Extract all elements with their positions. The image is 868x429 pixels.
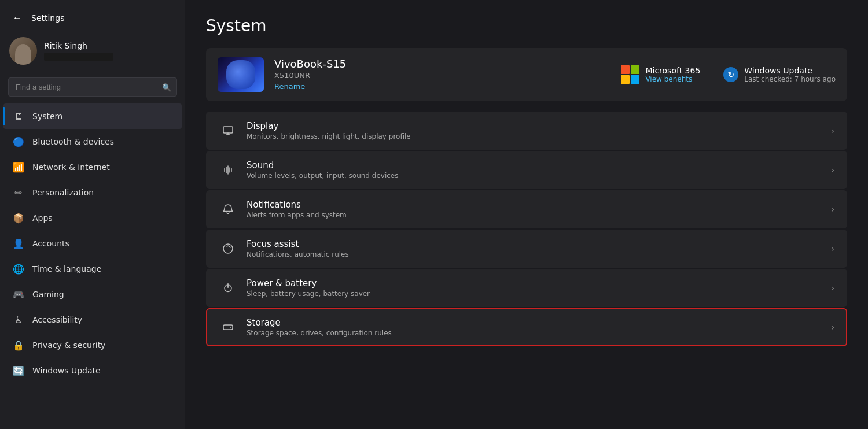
notifications-content: NotificationsAlerts from apps and system: [247, 199, 825, 219]
sidebar-item-accessibility[interactable]: ♿Accessibility: [3, 307, 182, 332]
storage-content: StorageStorage space, drives, configurat…: [247, 317, 825, 337]
sidebar-item-time[interactable]: 🌐Time & language: [3, 256, 182, 282]
storage-settings-icon: [219, 318, 237, 336]
windowsupdate-text: Windows Update Last checked: 7 hours ago: [744, 66, 836, 83]
accessibility-icon: ♿: [13, 314, 24, 326]
ms-logo-blue: [631, 75, 639, 84]
device-info: VivoBook-S15 X510UNR Rename: [274, 58, 621, 91]
sidebar-item-privacy[interactable]: 🔒Privacy & security: [3, 332, 182, 358]
user-bar-redacted: [44, 53, 113, 61]
power-settings-icon: [219, 279, 237, 297]
personalization-icon: ✏️: [13, 187, 24, 198]
settings-item-power[interactable]: Power & batterySleep, battery usage, bat…: [206, 269, 847, 307]
main-content: System VivoBook-S15 X510UNR Rename Micro…: [185, 0, 868, 429]
display-chevron-icon: ›: [831, 126, 834, 135]
avatar-image: [9, 37, 37, 65]
search-icon: 🔍: [162, 83, 171, 91]
windowsupdate-action: ↻ Windows Update Last checked: 7 hours a…: [723, 65, 836, 84]
settings-item-storage[interactable]: StorageStorage space, drives, configurat…: [206, 308, 847, 346]
update-icon: ↻: [723, 67, 738, 82]
microsoft365-sublabel[interactable]: View benefits: [645, 75, 700, 83]
bluetooth-icon: 🔵: [13, 136, 24, 147]
notifications-settings-icon: [219, 200, 237, 219]
system-icon: 🖥: [13, 110, 24, 122]
gaming-icon: 🎮: [13, 289, 24, 300]
ms-logo-yellow: [621, 75, 630, 84]
focus-content: Focus assistNotifications, automatic rul…: [247, 239, 825, 258]
sidebar-item-label-gaming: Gaming: [32, 290, 64, 299]
focus-settings-icon: [219, 239, 237, 258]
power-content: Power & batterySleep, battery usage, bat…: [247, 278, 825, 298]
device-name: VivoBook-S15: [274, 58, 621, 70]
focus-desc: Notifications, automatic rules: [247, 250, 825, 258]
microsoft365-label: Microsoft 365: [645, 66, 700, 75]
focus-chevron-icon: ›: [831, 244, 834, 253]
sound-content: SoundVolume levels, output, input, sound…: [247, 160, 825, 180]
power-title: Power & battery: [247, 278, 825, 289]
accounts-icon: 👤: [13, 238, 24, 249]
user-profile: Ritik Singh: [0, 31, 185, 74]
sound-title: Sound: [247, 160, 825, 171]
device-thumb-inner: [226, 60, 255, 89]
avatar: [9, 37, 37, 65]
sidebar-item-label-time: Time & language: [32, 264, 101, 273]
notifications-chevron-icon: ›: [831, 205, 834, 214]
sidebar-item-label-system: System: [32, 112, 62, 121]
user-name: Ritik Singh: [44, 41, 113, 50]
settings-item-display[interactable]: DisplayMonitors, brightness, night light…: [206, 112, 847, 150]
device-card: VivoBook-S15 X510UNR Rename Microsoft 36…: [206, 48, 847, 101]
settings-item-focus[interactable]: Focus assistNotifications, automatic rul…: [206, 230, 847, 268]
power-desc: Sleep, battery usage, battery saver: [247, 290, 825, 298]
device-actions: Microsoft 365 View benefits ↻ Windows Up…: [621, 65, 836, 84]
sidebar-nav: 🖥System🔵Bluetooth & devices📶Network & in…: [0, 103, 185, 383]
sidebar-item-accounts[interactable]: 👤Accounts: [3, 231, 182, 256]
sound-settings-icon: [219, 161, 237, 179]
storage-title: Storage: [247, 317, 825, 328]
settings-item-sound[interactable]: SoundVolume levels, output, input, sound…: [206, 151, 847, 189]
display-content: DisplayMonitors, brightness, night light…: [247, 121, 825, 140]
microsoft365-action: Microsoft 365 View benefits: [621, 65, 700, 84]
sidebar-item-label-accounts: Accounts: [32, 239, 69, 248]
sidebar-header: ← Settings: [0, 0, 185, 31]
sidebar-item-label-bluetooth: Bluetooth & devices: [32, 137, 114, 146]
device-rename-link[interactable]: Rename: [274, 82, 305, 91]
notifications-title: Notifications: [247, 199, 825, 210]
sidebar-item-bluetooth[interactable]: 🔵Bluetooth & devices: [3, 129, 182, 154]
sidebar-item-apps[interactable]: 📦Apps: [3, 205, 182, 231]
display-settings-icon: [219, 121, 237, 140]
device-thumbnail: [218, 57, 264, 92]
sidebar-item-system[interactable]: 🖥System: [3, 103, 182, 129]
privacy-icon: 🔒: [13, 339, 24, 351]
windowsupdate-icon: 🔄: [13, 365, 24, 376]
sidebar-item-label-network: Network & internet: [32, 162, 110, 172]
sidebar-title-text: Settings: [31, 13, 64, 23]
sidebar-item-network[interactable]: 📶Network & internet: [3, 154, 182, 180]
apps-icon: 📦: [13, 212, 24, 224]
search-box[interactable]: 🔍: [8, 77, 177, 97]
power-chevron-icon: ›: [831, 283, 834, 293]
search-input[interactable]: [8, 77, 177, 97]
settings-list: DisplayMonitors, brightness, night light…: [206, 112, 847, 346]
windowsupdate-label: Windows Update: [744, 66, 836, 75]
ms-logo-red: [621, 65, 630, 74]
microsoft-logo: [621, 65, 639, 84]
focus-title: Focus assist: [247, 239, 825, 249]
back-button[interactable]: ←: [9, 10, 25, 25]
notifications-desc: Alerts from apps and system: [247, 211, 825, 219]
sidebar-item-windowsupdate[interactable]: 🔄Windows Update: [3, 358, 182, 383]
page-title: System: [206, 16, 847, 35]
settings-item-notifications[interactable]: NotificationsAlerts from apps and system…: [206, 190, 847, 228]
microsoft365-text: Microsoft 365 View benefits: [645, 66, 700, 83]
storage-chevron-icon: ›: [831, 323, 834, 332]
sidebar-item-label-personalization: Personalization: [32, 188, 94, 197]
sidebar-item-personalization[interactable]: ✏️Personalization: [3, 180, 182, 205]
avatar-figure: [15, 44, 31, 65]
storage-desc: Storage space, drives, configuration rul…: [247, 329, 825, 337]
sidebar-item-gaming[interactable]: 🎮Gaming: [3, 282, 182, 307]
display-title: Display: [247, 121, 825, 131]
sidebar-item-label-privacy: Privacy & security: [32, 341, 105, 350]
sound-chevron-icon: ›: [831, 165, 834, 175]
user-name-block: Ritik Singh: [44, 41, 113, 61]
network-icon: 📶: [13, 161, 24, 173]
display-desc: Monitors, brightness, night light, displ…: [247, 132, 825, 140]
